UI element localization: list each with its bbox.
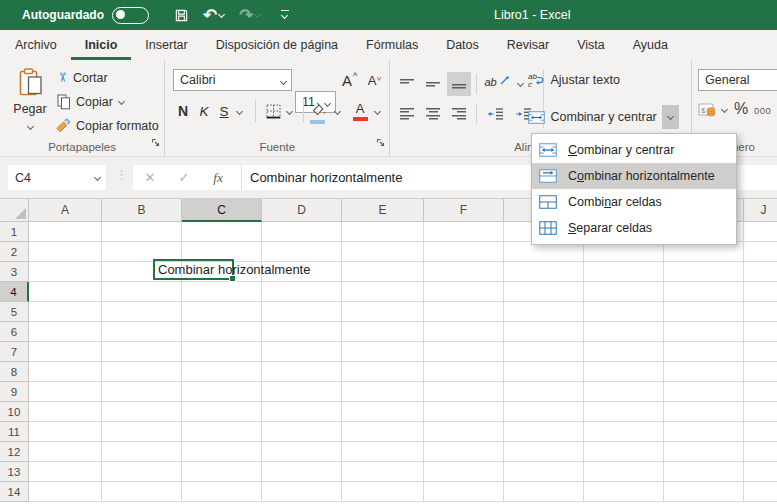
tab-disposicion-de-pagina[interactable]: Disposición de página [202,30,352,60]
grid-cell-a9[interactable] [29,382,102,402]
grid-cell-f5[interactable] [424,302,504,322]
row-header-9[interactable]: 9 [0,382,29,402]
grid-cell-j2[interactable] [744,242,777,262]
customize-toolbar-button[interactable] [281,10,289,20]
decrease-font-button[interactable]: A^ [363,69,386,91]
grid-cell-f2[interactable] [424,242,504,262]
row-header-7[interactable]: 7 [0,342,29,362]
grid-cell-g9[interactable] [504,382,584,402]
clipboard-dialog-launcher[interactable] [151,134,161,152]
grid-cell-j10[interactable] [744,402,777,422]
grid-cell-a13[interactable] [29,462,102,482]
align-right-button[interactable] [447,102,471,126]
grid-cell-i14[interactable] [664,482,744,502]
grid-cell-i10[interactable] [664,402,744,422]
row-header-8[interactable]: 8 [0,362,29,382]
row-header-2[interactable]: 2 [0,242,29,262]
number-format-combo[interactable]: General [698,69,777,91]
grid-cell-f11[interactable] [424,422,504,442]
tab-ayuda[interactable]: Ayuda [619,30,682,60]
grid-cell-c14[interactable] [182,482,262,502]
copy-button[interactable]: Copiar [57,94,126,110]
grid-cell-f14[interactable] [424,482,504,502]
grid-cell-f7[interactable] [424,342,504,362]
row-header-1[interactable]: 1 [0,222,29,242]
grid-cell-j9[interactable] [744,382,777,402]
grid-cell-j7[interactable] [744,342,777,362]
grid-cell-d11[interactable] [262,422,342,442]
grid-cell-g6[interactable] [504,322,584,342]
tab-insertar[interactable]: Insertar [131,30,201,60]
grid-cell-g10[interactable] [504,402,584,422]
copy-chevron-icon[interactable] [118,98,126,106]
grid-cell-j14[interactable] [744,482,777,502]
grid-cell-b4[interactable] [102,282,182,302]
grid-cell-c8[interactable] [182,362,262,382]
align-top-button[interactable] [395,72,419,96]
grid-cell-i6[interactable] [664,322,744,342]
grid-cell-h3[interactable] [584,262,664,282]
formula-input[interactable]: Combinar horizontalmente [250,170,402,185]
autosave-control[interactable]: Autoguardado [22,7,149,24]
grid-cell-e3[interactable] [342,262,424,282]
grid-cell-a6[interactable] [29,322,102,342]
column-header-c[interactable]: C [182,199,262,222]
grid-cell-a2[interactable] [29,242,102,262]
grid-cell-e9[interactable] [342,382,424,402]
row-header-13[interactable]: 13 [0,462,29,482]
align-center-button[interactable] [421,102,445,126]
grid-cell-h6[interactable] [584,322,664,342]
orientation-chevron-icon[interactable] [516,80,524,88]
grid-cell-g4[interactable] [504,282,584,302]
increase-font-button[interactable]: A^ [338,69,361,91]
merge-center-split-chevron[interactable] [662,105,679,129]
tab-revisar[interactable]: Revisar [493,30,563,60]
align-middle-button[interactable] [421,72,445,96]
grid-cell-g7[interactable] [504,342,584,362]
row-header-3[interactable]: 3 [0,262,29,282]
column-header-d[interactable]: D [262,199,342,222]
grid-cell-c11[interactable] [182,422,262,442]
tab-formulas[interactable]: Fórmulas [352,30,432,60]
grid-cell-i3[interactable] [664,262,744,282]
grid-cell-f12[interactable] [424,442,504,462]
tab-inicio[interactable]: Inicio [71,30,132,60]
grid-cell-h10[interactable] [584,402,664,422]
select-all-corner[interactable] [0,199,29,222]
grid-cell-e11[interactable] [342,422,424,442]
grid-cell-d2[interactable] [262,242,342,262]
grid-cell-j11[interactable] [744,422,777,442]
grid-cell-g8[interactable] [504,362,584,382]
grid-cell-d7[interactable] [262,342,342,362]
grid-cell-f4[interactable] [424,282,504,302]
wrap-text-button[interactable]: ab c Ajustar texto [528,73,619,87]
grid-cell-i12[interactable] [664,442,744,462]
grid-cell-j6[interactable] [744,322,777,342]
grid-cell-b7[interactable] [102,342,182,362]
row-header-6[interactable]: 6 [0,322,29,342]
menu-item-separar-celdas[interactable]: Separar celdas [532,215,736,241]
grid-cell-a8[interactable] [29,362,102,382]
grid-cell-b1[interactable] [102,222,182,242]
formula-bar-grip[interactable]: ⋮ [115,167,128,182]
grid-cell-b11[interactable] [102,422,182,442]
row-header-14[interactable]: 14 [0,482,29,502]
grid-cell-c5[interactable] [182,302,262,322]
paste-button[interactable]: Pegar [8,68,52,134]
column-header-e[interactable]: E [342,199,424,222]
borders-button[interactable] [263,100,283,122]
grid-cell-c10[interactable] [182,402,262,422]
grid-cell-h13[interactable] [584,462,664,482]
grid-cell-h12[interactable] [584,442,664,462]
grid-cell-e2[interactable] [342,242,424,262]
grid-cell-j4[interactable] [744,282,777,302]
grid-cell-b10[interactable] [102,402,182,422]
grid-cell-d6[interactable] [262,322,342,342]
grid-cell-b14[interactable] [102,482,182,502]
grid-cell-e5[interactable] [342,302,424,322]
grid-cell-f10[interactable] [424,402,504,422]
row-header-11[interactable]: 11 [0,422,29,442]
grid-cell-i5[interactable] [664,302,744,322]
grid-cell-a12[interactable] [29,442,102,462]
grid-cell-f8[interactable] [424,362,504,382]
